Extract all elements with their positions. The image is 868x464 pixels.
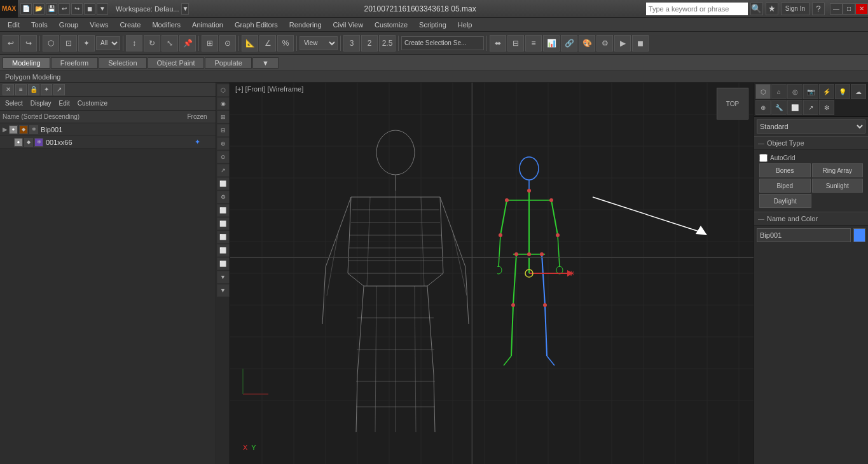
- undo-button[interactable]: ↩: [3, 35, 19, 51]
- rp-tab-10[interactable]: ⬜: [787, 100, 803, 115]
- sh-link-btn[interactable]: ↗: [53, 84, 65, 95]
- tab-selection[interactable]: Selection: [99, 57, 146, 69]
- angle-snap-btn[interactable]: ∠: [259, 35, 276, 51]
- info-button[interactable]: ?: [812, 3, 825, 15]
- layer-btn[interactable]: ≡: [525, 35, 542, 51]
- lv-btn-15[interactable]: ▼: [217, 271, 230, 283]
- object-name-input[interactable]: [757, 228, 851, 242]
- view-dropdown[interactable]: View: [300, 36, 338, 50]
- menu-modifiers[interactable]: Modifiers: [147, 20, 186, 30]
- menu-civil-view[interactable]: Civil View: [328, 20, 368, 30]
- menu-tools[interactable]: Tools: [26, 20, 53, 30]
- workspace-dropdown-btn[interactable]: ▼: [181, 3, 189, 15]
- ref-coord-btn[interactable]: ⊞: [202, 35, 218, 51]
- lv-btn-3[interactable]: ⊞: [217, 111, 230, 123]
- autogrid-checkbox[interactable]: [759, 154, 768, 162]
- search-input[interactable]: [646, 3, 748, 15]
- menu-group[interactable]: Group: [54, 20, 84, 30]
- rp-tab-hierarchy[interactable]: ◎: [787, 84, 803, 99]
- sh-menu-btn[interactable]: ≡: [15, 84, 27, 95]
- standard-dropdown[interactable]: Standard: [757, 119, 865, 133]
- select-rotate-btn[interactable]: ↻: [144, 35, 160, 51]
- align-btn[interactable]: ⊟: [507, 35, 524, 51]
- render-last-btn[interactable]: ◼: [632, 35, 649, 51]
- minimize-button[interactable]: —: [830, 3, 843, 15]
- search-button[interactable]: 🔍: [750, 3, 763, 15]
- lv-btn-14[interactable]: ⬜: [217, 257, 230, 270]
- lv-btn-10[interactable]: ⬜: [217, 204, 230, 217]
- render-setup-btn[interactable]: ⚙: [596, 35, 613, 51]
- sh-lock-btn[interactable]: 🔒: [28, 84, 39, 95]
- select-obj-btn[interactable]: ⬡: [43, 35, 59, 51]
- lv-btn-1[interactable]: ⬡: [217, 84, 230, 97]
- menu-scripting[interactable]: Scripting: [414, 20, 451, 30]
- rp-tab-motion[interactable]: 📷: [803, 84, 818, 99]
- render-frame-btn[interactable]: ▶: [614, 35, 631, 51]
- scene-item-001xx66[interactable]: ● ◆ ❄ 001xx66 ✦: [0, 136, 216, 149]
- lv-btn-13[interactable]: ⬜: [217, 244, 230, 257]
- schematic-btn[interactable]: 🔗: [561, 35, 577, 51]
- select-region-btn[interactable]: ⊡: [60, 35, 77, 51]
- color-swatch[interactable]: [853, 228, 865, 242]
- rp-tab-create[interactable]: ⬡: [755, 84, 771, 99]
- new-button[interactable]: 📄: [20, 3, 32, 15]
- select-place-btn[interactable]: 📌: [179, 35, 196, 51]
- scene-edit-btn[interactable]: Edit: [57, 100, 72, 107]
- lv-btn-16[interactable]: ▼: [217, 284, 230, 297]
- scene-select-btn[interactable]: Select: [3, 100, 25, 107]
- menu-create[interactable]: Create: [114, 20, 146, 30]
- redo-button[interactable]: ↪: [20, 35, 37, 51]
- menu-rendering[interactable]: Rendering: [284, 20, 327, 30]
- render-icon[interactable]: ◆: [19, 125, 28, 134]
- scene-display-btn[interactable]: Display: [28, 100, 54, 107]
- mirror-btn[interactable]: ⬌: [490, 35, 506, 51]
- rp-tab-display[interactable]: ⚡: [819, 84, 834, 99]
- redo-title-button[interactable]: ↪: [71, 3, 83, 15]
- lv-btn-7[interactable]: ↗: [217, 164, 230, 177]
- viewport[interactable]: [+] [Front] [Wireframe] TOP: [230, 83, 754, 464]
- obj-type-collapse-icon[interactable]: —: [758, 140, 764, 147]
- rp-tab-utilities[interactable]: 💡: [835, 84, 850, 99]
- tab-extra-dropdown[interactable]: ▼: [252, 57, 279, 69]
- select-move-btn[interactable]: ↕: [126, 35, 142, 51]
- pivot-btn[interactable]: ⊙: [219, 35, 236, 51]
- tab-freeform[interactable]: Freeform: [51, 57, 99, 69]
- rp-tab-9[interactable]: 🔧: [771, 100, 787, 115]
- render-button[interactable]: ◼: [84, 3, 95, 15]
- lv-btn-6[interactable]: ⊙: [217, 151, 230, 163]
- menu-help[interactable]: Help: [453, 20, 478, 30]
- lasso-select-btn[interactable]: ✦: [78, 35, 95, 51]
- lv-btn-2[interactable]: ◉: [217, 97, 230, 110]
- menu-edit[interactable]: Edit: [3, 20, 25, 30]
- snap-25d-btn[interactable]: 2.5: [379, 35, 396, 51]
- filter-dropdown[interactable]: All: [96, 36, 120, 50]
- undo-title-button[interactable]: ↩: [59, 3, 70, 15]
- snap-2d-btn[interactable]: 2: [361, 35, 378, 51]
- visibility-icon[interactable]: ●: [9, 125, 18, 134]
- tab-modeling[interactable]: Modeling: [3, 57, 50, 69]
- lv-btn-12[interactable]: ⬜: [217, 231, 230, 243]
- lv-btn-9[interactable]: ⚙: [217, 191, 230, 203]
- lv-btn-11[interactable]: ⬜: [217, 217, 230, 230]
- mat-editor-btn[interactable]: 🎨: [579, 35, 595, 51]
- biped-btn[interactable]: Biped: [759, 179, 811, 193]
- ring-array-btn[interactable]: Ring Array: [812, 163, 864, 177]
- bones-btn[interactable]: Bones: [759, 163, 811, 177]
- rp-tab-8[interactable]: ⊕: [755, 100, 771, 115]
- scene-item-bip001[interactable]: ▶ ● ◆ ❄ Bip001: [0, 123, 216, 136]
- rp-tab-12[interactable]: ❇: [819, 100, 834, 115]
- select-scale-btn[interactable]: ⤡: [162, 35, 178, 51]
- maximize-button[interactable]: □: [843, 3, 855, 15]
- sh-close-btn[interactable]: ✕: [3, 84, 14, 95]
- favorites-button[interactable]: ★: [766, 3, 778, 15]
- more-button[interactable]: ▼: [97, 3, 108, 15]
- render-icon-2[interactable]: ◆: [24, 138, 33, 147]
- save-button[interactable]: 💾: [46, 3, 57, 15]
- rp-tab-modify[interactable]: ⌂: [771, 84, 787, 99]
- rp-tab-7[interactable]: ☁: [851, 84, 866, 99]
- freeze-icon[interactable]: ❄: [29, 125, 38, 134]
- menu-views[interactable]: Views: [85, 20, 113, 30]
- visibility-icon-2[interactable]: ●: [14, 138, 23, 147]
- lv-btn-8[interactable]: ⬜: [217, 177, 230, 190]
- lv-btn-5[interactable]: ⊕: [217, 137, 230, 150]
